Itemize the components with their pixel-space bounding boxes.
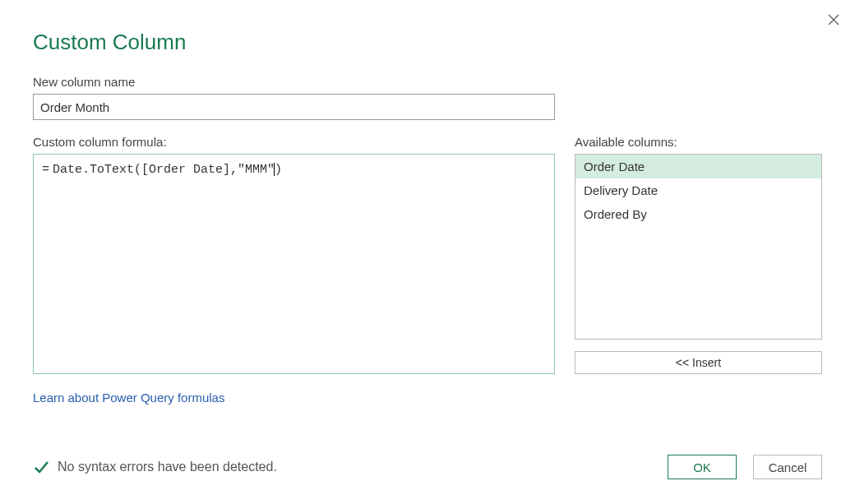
check-icon bbox=[33, 459, 49, 475]
new-column-label: New column name bbox=[33, 75, 822, 89]
status-area: No syntax errors have been detected. bbox=[33, 459, 277, 475]
available-column-item[interactable]: Order Date bbox=[575, 155, 821, 178]
ok-button[interactable]: OK bbox=[668, 455, 737, 479]
available-columns-list[interactable]: Order DateDelivery DateOrdered By bbox=[575, 154, 822, 340]
new-column-input[interactable] bbox=[33, 94, 555, 120]
available-column-item[interactable]: Delivery Date bbox=[575, 178, 821, 202]
close-icon bbox=[827, 13, 840, 26]
formula-prefix: = bbox=[42, 161, 49, 178]
button-row: OK Cancel bbox=[668, 455, 822, 479]
insert-button[interactable]: << Insert bbox=[575, 351, 822, 374]
learn-link[interactable]: Learn about Power Query formulas bbox=[33, 391, 224, 405]
close-button[interactable] bbox=[825, 12, 842, 28]
available-column-item[interactable]: Ordered By bbox=[575, 202, 821, 226]
formula-textarea[interactable]: =Date.ToText([Order Date],"MMM") bbox=[33, 154, 555, 374]
dialog-body: Custom Column New column name Custom col… bbox=[0, 0, 855, 429]
dialog-footer: No syntax errors have been detected. OK … bbox=[33, 455, 822, 479]
dialog-title: Custom Column bbox=[33, 30, 822, 55]
formula-label: Custom column formula: bbox=[33, 135, 555, 149]
formula-text: Date.ToText([Order Date],"MMM") bbox=[53, 161, 282, 178]
cancel-button[interactable]: Cancel bbox=[753, 455, 822, 479]
available-label: Available columns: bbox=[575, 135, 822, 149]
status-text: No syntax errors have been detected. bbox=[58, 460, 277, 474]
